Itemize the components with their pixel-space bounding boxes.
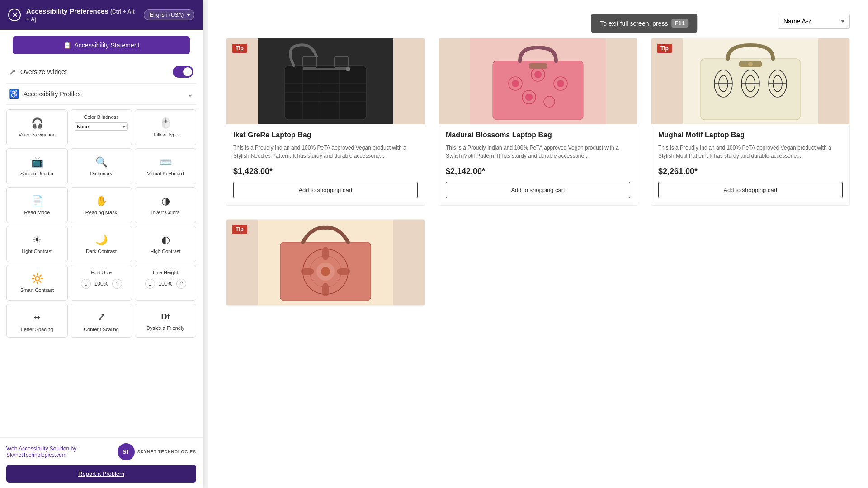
panel-header: ✕ Accessibility Preferences (Ctrl + Alt …	[0, 0, 203, 30]
fullscreen-notice: To exit full screen, press F11	[591, 14, 697, 33]
voice-navigation-label: Voice Navigation	[19, 132, 56, 138]
close-button[interactable]: ✕	[8, 9, 21, 21]
font-size-label: Font Size	[91, 270, 112, 275]
language-selector[interactable]: English (USA)	[144, 9, 194, 20]
smart-contrast-button[interactable]: 🔆 Smart Contrast	[6, 265, 68, 301]
read-mode-icon: 📄	[31, 196, 43, 206]
light-contrast-button[interactable]: ☀ Light Contrast	[6, 226, 68, 262]
font-size-increase-button[interactable]: ⌃	[112, 279, 122, 289]
product-price-madurai: $2,142.00*	[446, 167, 630, 176]
report-problem-button[interactable]: Report a Problem	[6, 465, 196, 483]
add-to-cart-mughal[interactable]: Add to shopping cart	[658, 182, 843, 198]
svg-point-11	[346, 67, 350, 71]
content-scaling-button[interactable]: ⤢ Content Scaling	[71, 304, 132, 338]
add-to-cart-ikat[interactable]: Add to shopping cart	[233, 182, 418, 198]
panel-footer: Web Accessibility Solution by SkynetTech…	[0, 437, 203, 488]
sort-select[interactable]: Name A-Z Name Z-A Price Low-High Price H…	[778, 14, 850, 29]
high-contrast-label: High Contrast	[150, 249, 180, 254]
high-contrast-icon: ◐	[161, 235, 170, 245]
svg-point-19	[557, 80, 564, 87]
branding-link[interactable]: Web Accessibility Solution by SkynetTech…	[6, 446, 76, 458]
product-price-mughal: $2,261.00*	[658, 167, 843, 176]
invert-colors-icon: ◑	[161, 196, 170, 206]
product-image-bottom1	[226, 220, 425, 305]
sort-bar: Name A-Z Name Z-A Price Low-High Price H…	[226, 14, 850, 29]
dark-contrast-icon: 🌙	[95, 235, 108, 245]
product-card-mughal: Tip	[651, 38, 850, 206]
main-content: To exit full screen, press F11 Name A-Z …	[208, 0, 868, 488]
product-image-ikat	[226, 38, 425, 124]
oversize-icon: ↗	[9, 67, 16, 77]
invert-colors-button[interactable]: ◑ Invert Colors	[135, 187, 196, 223]
product-info-mughal: Mughal Motif Laptop Bag This is a Proudl…	[651, 124, 849, 205]
oversize-label: Oversize Widget	[20, 68, 67, 75]
read-mode-label: Read Mode	[24, 210, 50, 216]
svg-point-15	[512, 80, 519, 87]
accessibility-panel: ✕ Accessibility Preferences (Ctrl + Alt …	[0, 0, 203, 488]
virtual-keyboard-button[interactable]: ⌨️ Virtual Keyboard	[135, 148, 196, 184]
f11-key: F11	[671, 19, 688, 28]
talk-type-icon: 🖱️	[160, 118, 172, 128]
features-grid: 🎧 Voice Navigation Color Blindness None …	[6, 109, 196, 262]
letter-spacing-label: Letter Spacing	[21, 327, 53, 332]
font-controls-grid: 🔆 Smart Contrast Font Size ⌄ 100% ⌃ Line…	[6, 265, 196, 301]
statement-section: 📋 Accessibility Statement	[0, 30, 203, 61]
talk-type-button[interactable]: 🖱️ Talk & Type	[135, 109, 196, 145]
product-card-bottom1: Tip	[226, 219, 425, 306]
svg-rect-13	[493, 61, 583, 120]
bottom-features-row: ↔ Letter Spacing ⤢ Content Scaling Df Dy…	[6, 304, 196, 338]
letter-spacing-button[interactable]: ↔ Letter Spacing	[6, 304, 68, 338]
oversize-toggle[interactable]	[173, 66, 193, 78]
fullscreen-message: To exit full screen, press	[600, 20, 668, 27]
letter-spacing-icon: ↔	[32, 311, 42, 323]
line-height-increase-button[interactable]: ⌃	[176, 279, 186, 289]
line-height-value: 100%	[158, 281, 174, 287]
reading-mask-button[interactable]: ✋ Reading Mask	[71, 187, 132, 223]
dyslexia-button[interactable]: Df Dyslexia Friendly	[135, 304, 196, 338]
profiles-label: Accessibility Profiles	[24, 90, 81, 98]
product-name-madurai: Madurai Blossoms Laptop Bag	[446, 131, 630, 139]
product-info-ikat: Ikat GreRe Laptop Bag This is a Proudly …	[226, 124, 425, 205]
smart-contrast-icon: 🔆	[31, 274, 43, 284]
voice-navigation-button[interactable]: 🎧 Voice Navigation	[6, 109, 68, 145]
talk-type-label: Talk & Type	[153, 132, 179, 138]
dark-contrast-label: Dark Contrast	[86, 249, 117, 254]
font-size-decrease-button[interactable]: ⌄	[81, 279, 91, 289]
svg-rect-10	[303, 68, 348, 70]
tip-badge-bottom1: Tip	[232, 225, 247, 234]
content-scaling-label: Content Scaling	[84, 327, 119, 332]
high-contrast-button[interactable]: ◐ High Contrast	[135, 226, 196, 262]
product-price-ikat: $1,428.00*	[233, 167, 418, 176]
color-blindness-select[interactable]: None Protanopia Deuteranopia Tritanopia	[75, 122, 128, 131]
product-desc-ikat: This is a Proudly Indian and 100% PeTA a…	[233, 144, 418, 160]
line-height-label: Line Height	[153, 270, 178, 275]
product-card-ikat: Tip	[226, 38, 425, 206]
panel-title: Accessibility Preferences (Ctrl + Alt + …	[26, 7, 138, 23]
read-mode-button[interactable]: 📄 Read Mode	[6, 187, 68, 223]
screen-reader-label: Screen Reader	[20, 171, 54, 177]
product-name-mughal: Mughal Motif Laptop Bag	[658, 131, 843, 139]
add-to-cart-madurai[interactable]: Add to shopping cart	[446, 182, 630, 198]
dictionary-button[interactable]: 🔍 Dictionary	[71, 148, 132, 184]
skynet-logo-circle: ST	[118, 443, 135, 460]
screen-reader-icon: 📺	[31, 157, 43, 167]
document-icon: 📋	[63, 42, 71, 49]
line-height-cell: Line Height ⌄ 100% ⌃	[135, 265, 196, 301]
skynet-logo-text: SKYNET TECHNOLOGIES	[137, 450, 196, 454]
product-desc-mughal: This is a Proudly Indian and 100% PeTA a…	[658, 144, 843, 160]
line-height-decrease-button[interactable]: ⌄	[145, 279, 155, 289]
font-size-value: 100%	[94, 281, 109, 287]
dyslexia-icon: Df	[161, 312, 170, 322]
dictionary-icon: 🔍	[95, 157, 108, 167]
profiles-row[interactable]: ♿ Accessibility Profiles ⌄	[6, 84, 196, 105]
svg-point-45	[301, 268, 314, 275]
reading-mask-label: Reading Mask	[85, 210, 117, 216]
accessibility-statement-button[interactable]: 📋 Accessibility Statement	[13, 36, 190, 54]
dark-contrast-button[interactable]: 🌙 Dark Contrast	[71, 226, 132, 262]
footer-branding: Web Accessibility Solution by SkynetTech…	[6, 443, 196, 460]
svg-point-21	[525, 94, 533, 101]
screen-reader-button[interactable]: 📺 Screen Reader	[6, 148, 68, 184]
svg-point-44	[322, 283, 329, 296]
virtual-keyboard-label: Virtual Keyboard	[147, 171, 184, 177]
color-blindness-cell: Color Blindness None Protanopia Deuteran…	[71, 109, 132, 145]
